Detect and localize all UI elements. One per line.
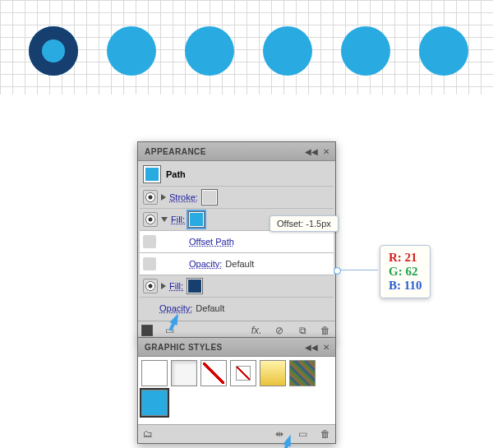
dot-ring[interactable] xyxy=(29,26,78,76)
fill1-opacity-row[interactable]: Opacity: Default xyxy=(140,252,334,275)
style-none[interactable] xyxy=(200,360,227,386)
trash-icon[interactable]: 🗑 xyxy=(319,427,332,441)
expand-icon[interactable] xyxy=(161,194,166,201)
r-value: 21 xyxy=(405,251,417,264)
object-swatch[interactable] xyxy=(143,165,161,183)
offset-path-row[interactable]: Offset Path xyxy=(140,230,334,252)
libraries-icon[interactable]: 🗂 xyxy=(141,427,154,441)
indent xyxy=(143,302,156,315)
new-style-icon[interactable]: ▭ xyxy=(296,427,309,441)
stroke-label[interactable]: Stroke: xyxy=(169,192,198,202)
g-value: 62 xyxy=(405,265,417,278)
collapse-icon[interactable]: ◀◀ xyxy=(306,145,317,157)
style-texture[interactable] xyxy=(289,360,316,386)
indent xyxy=(143,235,156,248)
dot-plain[interactable] xyxy=(341,26,390,76)
clear-icon[interactable]: ⊘ xyxy=(273,324,286,337)
close-icon[interactable]: ✕ xyxy=(320,341,332,353)
appearance-panel-title: APPEARANCE xyxy=(145,147,206,156)
dot-plain[interactable] xyxy=(419,26,468,76)
style-none-bordered[interactable] xyxy=(230,360,256,386)
dot-plain[interactable] xyxy=(185,26,234,76)
visibility-toggle[interactable] xyxy=(143,212,158,227)
indent xyxy=(143,257,156,270)
rgb-callout: R: 21 G: 62 B: 110 xyxy=(380,245,431,298)
styles-grid xyxy=(138,357,335,424)
appearance-head-row: Path xyxy=(140,163,334,186)
g-label: G: xyxy=(389,265,403,278)
visibility-toggle[interactable] xyxy=(143,279,158,293)
fill-label[interactable]: Fill: xyxy=(169,281,183,291)
graphic-styles-title: GRAPHIC STYLES xyxy=(145,343,223,352)
collapse-icon[interactable]: ◀◀ xyxy=(306,341,317,353)
opacity-value: Default xyxy=(225,259,254,269)
visibility-toggle[interactable] xyxy=(143,190,158,205)
r-label: R: xyxy=(389,251,402,264)
offset-tooltip-text: Offset: -1.5px xyxy=(277,219,331,229)
dot-row xyxy=(29,26,468,76)
duplicate-icon[interactable]: ⧉ xyxy=(296,324,309,337)
style-gold[interactable] xyxy=(260,360,286,386)
object-opacity-row[interactable]: Opacity: Default xyxy=(140,297,334,319)
style-white[interactable] xyxy=(171,360,197,386)
b-value: 110 xyxy=(404,279,422,292)
graphic-styles-panel: GRAPHIC STYLES ◀◀ ✕ 🗂 ⇹ ▭ 🗑 xyxy=(137,337,336,444)
appearance-panel: APPEARANCE ◀◀ ✕ Path Stroke: Fill: xyxy=(137,141,336,340)
expand-icon[interactable] xyxy=(161,283,166,289)
fill1-swatch[interactable] xyxy=(188,211,205,228)
b-label: B: xyxy=(389,279,401,292)
appearance-panel-titlebar[interactable]: APPEARANCE ◀◀ ✕ xyxy=(138,142,335,161)
fill2-swatch[interactable] xyxy=(187,278,203,294)
offset-path-label[interactable]: Offset Path xyxy=(189,237,234,247)
dot-plain[interactable] xyxy=(263,26,312,76)
style-cyan-selected[interactable] xyxy=(141,390,168,416)
fill2-row[interactable]: Fill: xyxy=(140,275,334,297)
disallow-icon[interactable] xyxy=(141,325,153,336)
style-blank[interactable] xyxy=(141,360,168,386)
object-type-label: Path xyxy=(166,169,186,179)
opacity-label[interactable]: Opacity: xyxy=(189,259,222,269)
collapse-icon[interactable] xyxy=(161,217,168,222)
close-icon[interactable]: ✕ xyxy=(320,145,332,157)
stroke-row[interactable]: Stroke: xyxy=(140,186,334,208)
opacity-value: Default xyxy=(196,303,224,313)
dot-plain[interactable] xyxy=(107,26,156,76)
graphic-styles-titlebar[interactable]: GRAPHIC STYLES ◀◀ ✕ xyxy=(138,338,335,357)
offset-tooltip: Offset: -1.5px xyxy=(270,215,339,232)
fill-label[interactable]: Fill: xyxy=(171,215,185,224)
graphic-styles-footer: 🗂 ⇹ ▭ 🗑 xyxy=(138,424,335,443)
leader-line xyxy=(337,270,378,270)
artboard-grid xyxy=(0,0,493,95)
trash-icon[interactable]: 🗑 xyxy=(319,324,332,337)
fx-icon[interactable]: fx. xyxy=(250,324,263,337)
stroke-swatch-none[interactable] xyxy=(201,189,218,206)
